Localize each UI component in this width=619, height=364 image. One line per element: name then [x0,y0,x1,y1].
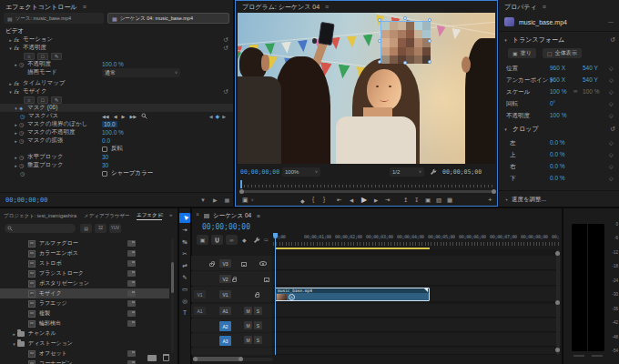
timeline-settings-wrench-icon[interactable] [253,237,260,244]
timeline-ruler[interactable]: 00;0000;00;01;0000;00;02;0000;00;03;0000… [273,234,561,241]
timeline-timecode[interactable]: 00;00;00;00 [202,223,250,231]
program-timecode[interactable]: 00;00;00;00 [240,168,279,176]
close-icon[interactable]: × [196,211,199,217]
mark-out-icon[interactable]: } [323,196,325,202]
pen-mask-tool-icon[interactable]: ✎ [51,96,62,104]
audio-meter[interactable] [572,224,604,351]
program-scrollbar[interactable] [240,190,495,193]
expand-arrow-icon[interactable]: ▸ [7,37,14,43]
scrollbar-handle[interactable] [555,300,560,305]
rect-mask-tool-icon[interactable]: □ [37,96,48,104]
delete-icon[interactable] [163,354,169,361]
expand-arrow-icon[interactable]: ▸ [13,62,19,67]
effects-scrollbar[interactable] [171,238,174,353]
sync-lock-icon[interactable] [241,262,247,267]
position-x-value[interactable]: 960 X [550,65,565,71]
panel-menu-icon[interactable]: ≡ [83,4,86,10]
properties-clip-row[interactable]: music_base.mp4 — [504,16,614,27]
reset-effect-icon[interactable]: ↺ [224,45,228,52]
tab-effects[interactable]: エフェクト [137,212,162,220]
effect-list-item[interactable]: カラーエンボス [0,248,169,258]
zoom-level-dropdown[interactable]: 100% ˅ [282,167,320,177]
timeline-tab-label[interactable]: シーケンス 04 [213,212,251,220]
effect-list-item[interactable]: オフセット [0,349,169,359]
monitor-settings-icon[interactable]: ▣ [242,197,249,204]
panel-menu-icon[interactable]: ≡ [325,4,329,10]
pen-mask-tool-icon[interactable]: ✎ [51,53,62,60]
snap-magnet-button[interactable] [211,235,223,245]
settings-wrench-icon[interactable] [430,168,437,176]
opacity-value[interactable]: 100.0 % [102,61,124,67]
stopwatch-icon[interactable]: ◷ [19,129,27,136]
multicam-icon[interactable]: ▦ [447,197,452,204]
sharp-colors-checkbox[interactable] [102,171,107,177]
mask-feather-value[interactable]: 10.0 [102,121,117,127]
effect-time-remap-label[interactable]: タイムリマップ [23,79,66,87]
tab-source-clip[interactable]: ▤ ソース: music_base.mp4 [4,13,104,24]
rect-mask-tool-icon[interactable]: □ [37,53,48,60]
panel-menu-icon[interactable]: ≡ [543,4,546,10]
add-keyframe-icon[interactable]: ◇ [609,76,614,83]
new-bin-icon[interactable] [147,355,157,361]
scrollbar-handle[interactable] [239,189,244,194]
add-marker-icon[interactable]: ◆ [242,237,247,243]
effect-list-item[interactable]: モザイク [0,288,169,298]
track-lock-icon[interactable] [232,278,237,282]
folder-arrow-icon[interactable]: ▸ [11,331,17,337]
effect-list-item[interactable]: ▸ チャンネル [0,329,169,339]
blend-mode-dropdown[interactable]: 通常 ˅ [102,68,180,77]
tab-project[interactable]: プロジェクト: test_inamigashira [4,213,76,219]
panel-overflow-icon[interactable]: » [169,212,172,217]
folder-arrow-icon[interactable]: ▾ [11,341,17,347]
stopwatch-icon[interactable]: ◷ [19,162,27,168]
caption-track-icon[interactable]: ▭ [264,237,269,242]
effect-list-item[interactable]: コーナーピン [0,359,169,364]
program-mini-ruler[interactable] [240,182,495,187]
add-marker-icon[interactable]: ◆ [300,197,305,204]
expand-arrow-icon[interactable]: ▸ [13,122,19,127]
tool-ripple-edit[interactable]: ↹ [179,237,190,247]
effect-mosaic-label[interactable]: モザイク [23,87,47,96]
link-scale-icon[interactable]: ∞ [573,88,577,94]
tool-track-select[interactable]: ⇥ [179,225,190,235]
mask-handle[interactable] [428,60,431,64]
track-lane-v2[interactable] [273,271,561,286]
minimize-icon[interactable]: — [608,19,614,25]
mute-button[interactable]: M [244,307,252,315]
reset-section-icon[interactable]: ↺ [610,36,615,44]
inverted-checkbox[interactable] [102,147,107,152]
effect-controls-timecode[interactable]: 00;00;00;00 [5,197,47,204]
rotation-value[interactable]: 0° [550,100,555,106]
effect-list-item[interactable]: ブラシストローク [0,268,169,278]
extract-icon[interactable]: ↧ [414,197,419,204]
crop-right-value[interactable]: 0.0 % [550,163,565,169]
mask-handle[interactable] [428,39,431,43]
filter-properties-icon[interactable]: ▼ [200,197,206,203]
mask-expansion-value[interactable]: 0.0 [102,137,110,144]
mask-handle[interactable] [403,16,407,20]
effect-opacity-label[interactable]: 不透明度 [23,44,46,52]
mask-handle[interactable] [403,61,407,65]
tool-hand[interactable]: ◎ [179,296,190,306]
track-name-v3[interactable]: V3 [219,259,231,268]
export-frame-icon[interactable]: ▣ [425,197,431,204]
collapse-arrow-icon[interactable]: ▾ [502,126,509,132]
track-lock-icon[interactable] [209,263,214,267]
frame-forward-icon[interactable]: ▶ [122,114,126,119]
magnifier-icon[interactable] [141,113,147,119]
add-keyframe-icon[interactable]: ◇ [609,112,614,118]
track-name-a2[interactable]: A2 [219,321,231,331]
expand-arrow-icon[interactable]: ▸ [13,155,19,160]
source-patch-v1[interactable]: V1 [194,290,206,298]
playback-resolution-dropdown[interactable]: 1/2 ˅ [390,167,424,177]
playhead-line[interactable] [275,238,276,355]
add-keyframe-icon[interactable]: ◆ [216,113,220,119]
mask-handle[interactable] [428,18,431,22]
mosaic-overlay[interactable] [381,21,430,63]
tool-slip[interactable]: ⇄ [179,260,190,270]
tool-selection[interactable]: ▶ [179,213,190,223]
snapshot-icon[interactable]: ▦ [225,197,230,203]
add-keyframe-icon[interactable]: ◇ [609,88,614,95]
filter-accelerated-effects-button[interactable]: ▤ [80,224,92,233]
mute-button[interactable]: M [244,336,252,344]
